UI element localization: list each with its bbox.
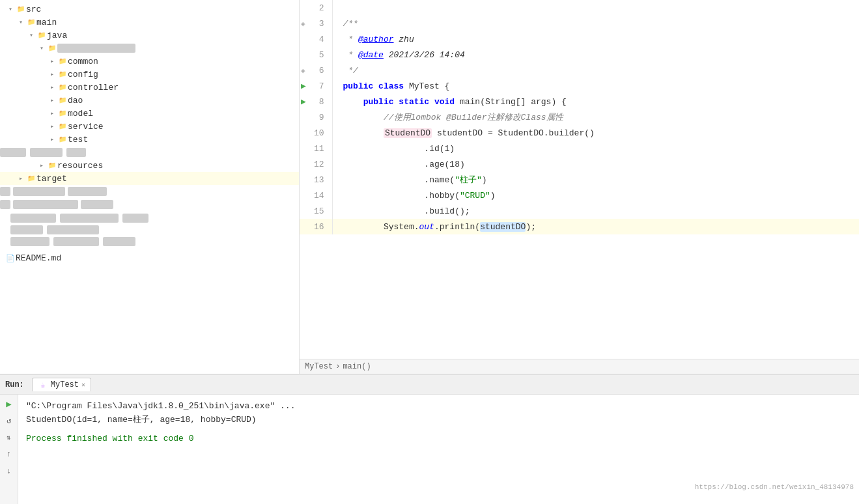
arrow-icon (36, 43, 47, 53)
tree-label: README.md (16, 253, 61, 263)
blurred-label (81, 200, 113, 209)
folder-icon: 📁 (57, 95, 68, 105)
line-code: * @date 2021/3/26 14:04 (332, 47, 859, 63)
line-code: //使用lombok @Builder注解修改Class属性 (332, 109, 859, 125)
code-line-10: 10 StudentDO studentDO = StudentDO.build… (300, 125, 859, 141)
code-line-3: ◈ 3 /** (300, 16, 859, 31)
tree-item-test[interactable]: 📁 test (0, 133, 299, 146)
folder-icon: 📁 (57, 121, 68, 132)
close-icon[interactable]: ✕ (81, 381, 85, 389)
run-tabs-bar: Run: ☕ MyTest ✕ (0, 375, 859, 395)
arrow-icon (16, 173, 26, 184)
tree-item-pkg[interactable]: 📁 (0, 42, 299, 55)
folder-icon: 📁 (36, 30, 47, 40)
line-code: * @author zhu (332, 31, 859, 47)
blurred-section-2 (0, 198, 299, 211)
blurred-block (10, 237, 49, 246)
arrow-icon (47, 108, 57, 119)
blurred-arrow (0, 200, 10, 209)
folder-icon: 📁 (57, 69, 68, 79)
code-table: 2 ◈ 3 /** 4 * @author zhu (300, 0, 859, 234)
tree-label: resources (57, 161, 103, 171)
blurred-label (13, 200, 78, 209)
line-number: ▶ 7 (300, 78, 332, 94)
line-code: .id(1) (332, 141, 859, 156)
tree-item-model[interactable]: 📁 model (0, 107, 299, 120)
tree-label: dao (68, 96, 83, 105)
blurred-block (103, 237, 135, 246)
breadcrumb-item: MyTest (305, 362, 333, 371)
line-number: 12 (300, 156, 332, 172)
arrow-icon (16, 17, 26, 27)
scroll-button[interactable]: ⇅ (3, 431, 16, 444)
run-tab-mytest[interactable]: ☕ MyTest ✕ (32, 378, 91, 391)
code-line-11: 11 .id(1) (300, 141, 859, 156)
line-number: 14 (300, 188, 332, 203)
code-line-4: 4 * @author zhu (300, 31, 859, 47)
run-label: Run: (5, 380, 24, 389)
line-number: 16 (300, 219, 332, 234)
line-code: .age(18) (332, 156, 859, 172)
tree-item-common[interactable]: 📁 common (0, 55, 299, 68)
blurred-section-1 (0, 185, 299, 198)
run-process-text: Process finished with exit code 0 (26, 434, 193, 443)
code-content-area[interactable]: 2 ◈ 3 /** 4 * @author zhu (300, 0, 859, 359)
blurred-block (30, 148, 63, 157)
code-line-2: 2 (300, 0, 859, 16)
file-tree[interactable]: 📁 src 📁 main 📁 java 📁 📁 common (0, 0, 300, 374)
tree-item-config[interactable]: 📁 config (0, 68, 299, 81)
line-code: StudentDO studentDO = StudentDO.builder(… (332, 125, 859, 141)
tree-item-target[interactable]: 📁 target (0, 172, 299, 185)
run-command: "C:\Program Files\Java\jdk1.8.0_251\bin\… (26, 400, 851, 413)
tree-label: src (26, 5, 41, 14)
folder-icon: 📁 (26, 17, 36, 27)
arrow-icon (26, 30, 36, 40)
tree-label: controller (68, 83, 119, 92)
tree-label: service (68, 122, 104, 132)
run-result: StudentDO(id=1, name=柱子, age=18, hobby=C… (26, 413, 851, 427)
blurred-arrow (0, 187, 10, 196)
folder-icon: 📁 (16, 4, 26, 14)
arrow-icon (47, 134, 57, 145)
line-code: /** (332, 16, 859, 31)
breadcrumb: MyTest › main() (300, 359, 859, 374)
tree-label: java (47, 31, 67, 40)
blurred-large-section (0, 211, 299, 249)
tree-item-java[interactable]: 📁 java (0, 29, 299, 42)
up-button[interactable]: ↑ (3, 448, 16, 461)
tree-item-dao[interactable]: 📁 dao (0, 94, 299, 107)
tree-item-resources[interactable]: 📁 resources (0, 159, 299, 172)
blurred-block (0, 148, 26, 157)
line-code (332, 0, 859, 16)
play-button[interactable]: ▶ (3, 397, 16, 410)
code-line-13: 13 .name("柱子") (300, 172, 859, 188)
line-number: 2 (300, 0, 332, 16)
tree-item-service[interactable]: 📁 service (0, 120, 299, 133)
line-number: ◈ 3 (300, 16, 332, 31)
tree-label: config (68, 70, 98, 79)
tree-label: test (68, 135, 88, 145)
line-code: .name("柱子") (332, 172, 859, 188)
rerun-button[interactable]: ↺ (3, 414, 16, 427)
folder-icon: 📁 (57, 134, 68, 145)
blurred-block (53, 237, 99, 246)
line-code: System.out.println(studentDO); (332, 219, 859, 234)
folder-icon: 📁 (57, 108, 68, 119)
arrow-icon (47, 95, 57, 105)
file-icon: 📄 (5, 253, 16, 263)
run-icon[interactable]: ▶ (301, 81, 306, 91)
arrow-icon (47, 56, 57, 66)
tree-item-src[interactable]: 📁 src (0, 3, 299, 16)
line-code: .hobby("CRUD") (332, 188, 859, 203)
run-body: ▶ ↺ ⇅ ↑ ↓ "C:\Program Files\Java\jdk1.8.… (0, 395, 859, 504)
line-number: ◈ 6 (300, 63, 332, 78)
down-button[interactable]: ↓ (3, 465, 16, 478)
folder-icon: 📁 (57, 56, 68, 66)
folder-icon: 📁 (47, 43, 57, 53)
tree-item-controller[interactable]: 📁 controller (0, 81, 299, 94)
code-line-7: ▶ 7 public class MyTest { (300, 78, 859, 94)
tree-item-readme[interactable]: 📄 README.md (0, 251, 299, 264)
code-line-14: 14 .hobby("CRUD") (300, 188, 859, 203)
tree-item-main[interactable]: 📁 main (0, 16, 299, 29)
run-icon[interactable]: ▶ (301, 96, 306, 107)
